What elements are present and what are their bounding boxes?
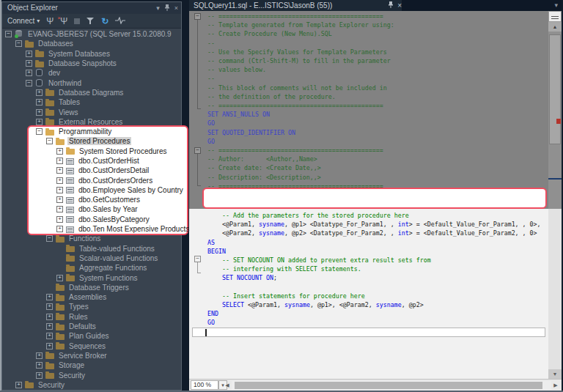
code-line[interactable]: GO bbox=[189, 119, 548, 127]
tree-item-dbo-custordersorders[interactable]: +dbo.CustOrdersOrders bbox=[2, 175, 183, 185]
tree-item-northwind[interactable]: −Northwind bbox=[2, 78, 183, 87]
expand-toggle[interactable]: − bbox=[46, 235, 53, 242]
expand-toggle[interactable]: + bbox=[46, 323, 53, 330]
expand-toggle[interactable]: + bbox=[36, 109, 43, 116]
scrollbar-thumb[interactable] bbox=[549, 34, 561, 144]
code-line[interactable]: -- =====================================… bbox=[189, 146, 548, 155]
expand-toggle[interactable]: + bbox=[56, 196, 63, 203]
current-line-highlight[interactable] bbox=[192, 328, 545, 337]
tree-item-security[interactable]: +Security bbox=[2, 370, 183, 380]
scroll-up-icon[interactable]: ▲ bbox=[548, 22, 562, 32]
tree-item-system-functions[interactable]: +System Functions bbox=[2, 273, 183, 282]
code-line[interactable]: GO bbox=[189, 318, 548, 327]
expand-toggle[interactable]: + bbox=[36, 99, 43, 106]
expand-toggle[interactable]: + bbox=[56, 216, 63, 223]
scrollbar-thumb[interactable] bbox=[235, 382, 542, 389]
tree-item-external-resources[interactable]: +External Resources bbox=[2, 117, 183, 127]
tree-item-programmability[interactable]: −Programmability bbox=[2, 127, 183, 136]
code-line[interactable]: -- Create date: <Create Date,,> bbox=[189, 163, 548, 172]
code-line[interactable]: -- command (Ctrl-Shift-M) to fill in the… bbox=[189, 56, 548, 65]
expand-toggle[interactable]: + bbox=[56, 148, 63, 155]
expand-toggle[interactable]: + bbox=[36, 119, 43, 125]
code-line[interactable]: GO bbox=[189, 137, 548, 146]
tree-item-dbo-ten-most-expensive-products[interactable]: +dbo.Ten Most Expensive Products bbox=[2, 224, 183, 234]
expand-toggle[interactable]: + bbox=[36, 372, 43, 379]
code-line[interactable]: -- interfering with SELECT statements. bbox=[189, 265, 548, 273]
code-line[interactable]: -- Author: <Author,,Name> bbox=[189, 155, 548, 163]
tree-item-database-snapshots[interactable]: +Database Snapshots bbox=[2, 59, 183, 68]
tree-item-types[interactable]: +Types bbox=[2, 302, 183, 311]
code-line[interactable]: -- Add the parameters for the stored pro… bbox=[189, 211, 548, 220]
tree-item-storage[interactable]: +Storage bbox=[2, 360, 183, 370]
expand-toggle[interactable]: + bbox=[46, 343, 53, 350]
code-line[interactable]: <@Param1, sysname, @p1> <Datatype_For_Pa… bbox=[189, 220, 548, 229]
code-line[interactable]: -- Template generated from Template Expl… bbox=[189, 21, 548, 29]
splitter-handle[interactable] bbox=[548, 11, 562, 22]
tree-item-security[interactable]: +Security bbox=[2, 380, 183, 390]
tree-item-tables[interactable]: +Tables bbox=[2, 97, 183, 107]
expand-toggle[interactable]: + bbox=[46, 303, 53, 310]
code-line[interactable]: -- Use the Specify Values for Template P… bbox=[189, 48, 548, 56]
expand-toggle[interactable]: + bbox=[56, 226, 63, 232]
code-line[interactable]: -- =====================================… bbox=[189, 101, 548, 110]
expand-toggle[interactable]: − bbox=[36, 128, 43, 135]
expand-toggle[interactable]: − bbox=[26, 80, 32, 86]
tree-item-system-stored-procedures[interactable]: +System Stored Procedures bbox=[2, 147, 183, 156]
expand-toggle[interactable]: + bbox=[46, 314, 53, 320]
object-explorer-tree[interactable]: −EVANG-JBERES7 (SQL Server 15.0.2080.9−D… bbox=[2, 29, 183, 391]
expand-toggle[interactable]: + bbox=[26, 51, 32, 57]
outline-collapse-toggle[interactable]: − bbox=[194, 13, 201, 20]
expand-toggle[interactable]: + bbox=[46, 333, 53, 339]
refresh-icon[interactable]: ↻ bbox=[101, 17, 108, 26]
code-line[interactable]: -- This block of comments will not be in… bbox=[189, 84, 548, 92]
connect-button[interactable]: Connect ▾ bbox=[7, 17, 40, 25]
expand-toggle[interactable]: + bbox=[56, 167, 63, 174]
expand-toggle[interactable]: + bbox=[36, 89, 43, 96]
code-line[interactable]: SET QUOTED_IDENTIFIER ON bbox=[189, 128, 548, 137]
expand-toggle[interactable]: + bbox=[15, 382, 22, 388]
expand-toggle[interactable]: + bbox=[26, 60, 32, 67]
expand-toggle[interactable]: + bbox=[56, 206, 63, 212]
tree-item-database-diagrams[interactable]: +Database Diagrams bbox=[2, 88, 183, 97]
vertical-scrollbar[interactable]: ▲ ▼ bbox=[548, 11, 562, 379]
tree-item-plan-guides[interactable]: +Plan Guides bbox=[2, 331, 183, 341]
activity-monitor-icon[interactable] bbox=[115, 17, 125, 26]
zoom-level-select[interactable]: 100 % bbox=[191, 380, 218, 390]
tree-item-dbo-getcustomers[interactable]: +dbo.GetCustomers bbox=[2, 195, 183, 204]
filter-icon[interactable] bbox=[87, 17, 95, 25]
tree-item-scalar-valued-functions[interactable]: Scalar-valued Functions bbox=[2, 254, 183, 263]
tree-item-sequences[interactable]: +Sequences bbox=[2, 341, 183, 351]
expand-toggle[interactable]: + bbox=[56, 187, 63, 193]
chevron-down-icon[interactable]: ▾ bbox=[156, 5, 160, 12]
expand-toggle[interactable]: + bbox=[36, 352, 43, 359]
tree-item-system-databases[interactable]: +System Databases bbox=[2, 49, 183, 59]
code-line[interactable]: END bbox=[189, 309, 548, 318]
tree-item-dbo-custordersdetail[interactable]: +dbo.CustOrdersDetail bbox=[2, 166, 183, 175]
tree-item-table-valued-functions[interactable]: Table-valued Functions bbox=[2, 244, 183, 254]
tree-item-dbo-employee-sales-by-country[interactable]: +dbo.Employee Sales by Country bbox=[2, 185, 183, 195]
code-editor[interactable]: − − − -- ===============================… bbox=[189, 11, 548, 379]
close-icon[interactable]: × bbox=[174, 5, 178, 12]
code-line[interactable]: SET NOCOUNT ON; bbox=[189, 273, 548, 282]
scroll-down-icon[interactable]: ▼ bbox=[548, 369, 562, 379]
code-line[interactable]: -- =====================================… bbox=[189, 12, 548, 21]
tree-item-database-triggers[interactable]: Database Triggers bbox=[2, 283, 183, 292]
pin-icon[interactable] bbox=[164, 4, 170, 12]
expand-toggle[interactable]: − bbox=[5, 31, 12, 37]
code-line[interactable]: <@Param2, sysname, @p2> <Datatype_For_Pa… bbox=[189, 229, 548, 237]
outline-collapse-toggle[interactable]: − bbox=[194, 147, 201, 154]
code-line[interactable]: -- SET NOCOUNT ON added to prevent extra… bbox=[189, 256, 548, 265]
tree-item-databases[interactable]: −Databases bbox=[2, 39, 183, 48]
tree-item-stored-procedures[interactable]: −Stored Procedures bbox=[2, 136, 183, 146]
tree-item-views[interactable]: +Views bbox=[2, 107, 183, 117]
tree-item-assemblies[interactable]: +Assemblies bbox=[2, 292, 183, 302]
expand-toggle[interactable]: + bbox=[56, 177, 63, 184]
tree-item-dbo-custorderhist[interactable]: +dbo.CustOrderHist bbox=[2, 156, 183, 166]
tree-item-aggregate-functions[interactable]: Aggregate Functions bbox=[2, 263, 183, 273]
expand-toggle[interactable]: − bbox=[46, 138, 53, 144]
close-icon[interactable]: × bbox=[397, 2, 402, 10]
pin-icon[interactable] bbox=[388, 0, 394, 11]
scroll-right-icon[interactable]: ▶ bbox=[551, 381, 560, 390]
tree-item-evang-jberes7-sql-server-15-0-2080-9[interactable]: −EVANG-JBERES7 (SQL Server 15.0.2080.9 bbox=[2, 29, 183, 39]
code-line[interactable]: -- bbox=[189, 39, 548, 48]
